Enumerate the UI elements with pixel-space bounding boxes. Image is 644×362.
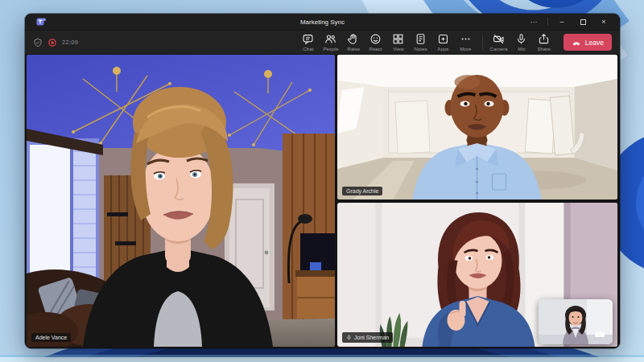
desktop: Marketing Sync ··· – × 22:09 xyxy=(0,0,644,362)
apps-button[interactable]: Apps xyxy=(432,33,455,51)
teams-meeting-window: Marketing Sync ··· – × 22:09 xyxy=(25,14,620,348)
participant-name-label: Adele Vance xyxy=(31,333,71,342)
react-button[interactable]: React xyxy=(365,33,387,51)
close-button[interactable]: × xyxy=(594,15,613,28)
share-arrow-icon xyxy=(538,33,550,45)
self-avatar-preview xyxy=(539,299,613,344)
toolbar-divider xyxy=(482,35,483,50)
mic-small-icon xyxy=(346,334,352,341)
window-controls: ··· – × xyxy=(524,15,613,28)
meeting-toolbar: 22:09 Chat People xyxy=(25,30,620,54)
titlebar: Marketing Sync ··· – × xyxy=(25,14,620,30)
chat-bubble-icon xyxy=(302,33,314,45)
leave-label: Leave xyxy=(585,39,604,47)
video-tile-joni[interactable]: Joni Sherman xyxy=(337,203,617,347)
window-more-button[interactable]: ··· xyxy=(524,15,543,28)
meeting-timer: 22:09 xyxy=(62,39,78,46)
minimize-button[interactable]: – xyxy=(552,15,572,28)
adele-avatar-scene xyxy=(27,55,335,347)
video-tile-grady[interactable]: Grady Archie xyxy=(337,55,617,200)
hangup-phone-icon xyxy=(572,38,581,47)
smiley-icon xyxy=(369,33,382,45)
share-button[interactable]: Share xyxy=(533,33,555,51)
camera-button[interactable]: Camera xyxy=(488,33,510,51)
shield-check-icon xyxy=(33,38,43,47)
camera-off-icon xyxy=(493,33,505,45)
participant-name-label: Joni Sherman xyxy=(342,332,393,343)
self-view-tile[interactable] xyxy=(539,299,613,344)
meeting-stage: Adele Vance xyxy=(25,54,620,348)
participant-name: Grady Archie xyxy=(346,188,378,194)
notes-doc-icon xyxy=(415,33,427,45)
maximize-icon xyxy=(580,19,586,25)
maximize-button[interactable] xyxy=(573,15,592,28)
grid-view-icon xyxy=(392,33,404,45)
device-buttons: Camera Mic Share xyxy=(488,33,555,51)
apps-plus-icon xyxy=(437,33,449,45)
window-controls-divider xyxy=(547,18,548,26)
leave-button[interactable]: Leave xyxy=(564,34,612,51)
chat-button[interactable]: Chat xyxy=(297,33,320,51)
video-tile-adele[interactable]: Adele Vance xyxy=(27,55,335,347)
toolbar-buttons: Chat People Raise xyxy=(297,33,477,51)
raise-hand-button[interactable]: Raise xyxy=(342,33,365,51)
view-button[interactable]: View xyxy=(387,33,410,51)
raised-hand-icon xyxy=(347,33,359,45)
participant-name: Joni Sherman xyxy=(354,335,389,340)
people-button[interactable]: People xyxy=(320,33,342,51)
participant-name-label: Grady Archie xyxy=(342,187,382,195)
mic-button[interactable]: Mic xyxy=(510,33,533,51)
teams-logo-icon xyxy=(36,17,46,27)
people-icon xyxy=(324,33,336,45)
meeting-status: 22:09 xyxy=(33,38,78,47)
participant-name: Adele Vance xyxy=(35,335,67,340)
record-dot-icon xyxy=(47,38,57,47)
ellipsis-icon xyxy=(460,33,472,45)
notes-button[interactable]: Notes xyxy=(410,33,432,51)
grady-avatar-scene xyxy=(337,55,617,200)
microphone-icon xyxy=(515,33,527,45)
more-button[interactable]: More xyxy=(455,33,477,51)
